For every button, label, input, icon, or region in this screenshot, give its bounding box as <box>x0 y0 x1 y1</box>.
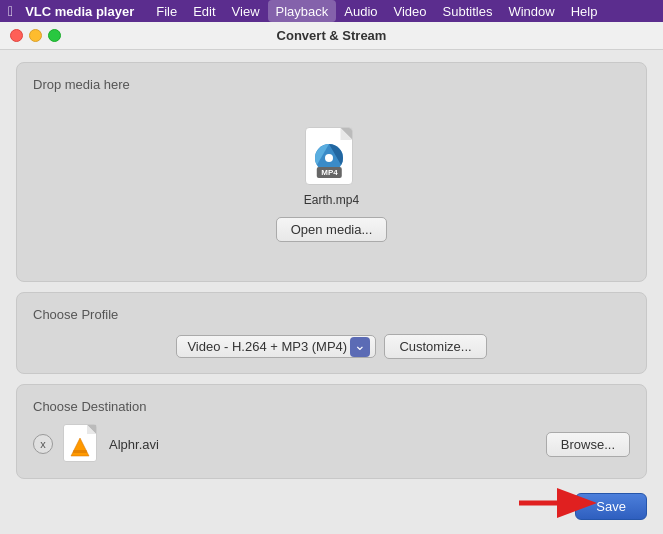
bottom-bar: Save <box>16 489 647 522</box>
browse-button[interactable]: Browse... <box>546 432 630 457</box>
menu-edit[interactable]: Edit <box>185 0 223 22</box>
drop-area[interactable]: MP4 Earth.mp4 Open media... <box>33 102 630 267</box>
maximize-button[interactable] <box>48 29 61 42</box>
title-bar: Convert & Stream <box>0 22 663 50</box>
profile-select[interactable]: Video - H.264 + MP3 (MP4) <box>176 335 376 358</box>
menu-file[interactable]: File <box>148 0 185 22</box>
drop-media-panel: Drop media here MP4 <box>16 62 647 282</box>
dest-file-body <box>63 424 97 462</box>
window-title: Convert & Stream <box>277 28 387 43</box>
minimize-button[interactable] <box>29 29 42 42</box>
menu-video[interactable]: Video <box>386 0 435 22</box>
vlc-cone-icon <box>69 436 91 458</box>
menu-view[interactable]: View <box>224 0 268 22</box>
file-icon-container: MP4 Earth.mp4 <box>304 127 359 207</box>
svg-rect-3 <box>73 450 87 453</box>
close-button[interactable] <box>10 29 23 42</box>
media-filename: Earth.mp4 <box>304 193 359 207</box>
svg-marker-2 <box>71 438 89 456</box>
customize-button[interactable]: Customize... <box>384 334 486 359</box>
menu-playback[interactable]: Playback <box>268 0 337 22</box>
file-icon: MP4 <box>305 127 357 189</box>
menu-audio[interactable]: Audio <box>336 0 385 22</box>
dest-file-icon <box>63 424 99 464</box>
choose-destination-title: Choose Destination <box>33 399 630 414</box>
remove-destination-button[interactable]: x <box>33 434 53 454</box>
menu-help[interactable]: Help <box>563 0 606 22</box>
red-arrow-indicator <box>519 486 599 520</box>
choose-profile-panel: Choose Profile Video - H.264 + MP3 (MP4)… <box>16 292 647 374</box>
menu-subtitles[interactable]: Subtitles <box>435 0 501 22</box>
profile-select-wrapper: Video - H.264 + MP3 (MP4) <box>176 335 376 358</box>
choose-destination-panel: Choose Destination x Alphr.avi Browse... <box>16 384 647 479</box>
profile-row: Video - H.264 + MP3 (MP4) Customize... <box>33 334 630 359</box>
menu-window[interactable]: Window <box>500 0 562 22</box>
file-icon-body: MP4 <box>305 127 353 185</box>
svg-point-1 <box>325 154 333 162</box>
apple-menu[interactable]:  <box>8 3 13 19</box>
mp4-badge: MP4 <box>317 167 341 178</box>
destination-row: x Alphr.avi Browse... <box>33 424 630 464</box>
open-media-button[interactable]: Open media... <box>276 217 388 242</box>
window-controls <box>10 29 61 42</box>
dest-filename: Alphr.avi <box>109 437 536 452</box>
choose-profile-title: Choose Profile <box>33 307 630 322</box>
main-content: Drop media here MP4 <box>0 50 663 534</box>
menu-bar:  VLC media player File Edit View Playba… <box>0 0 663 22</box>
app-name[interactable]: VLC media player <box>25 4 134 19</box>
drop-media-title: Drop media here <box>33 77 130 92</box>
